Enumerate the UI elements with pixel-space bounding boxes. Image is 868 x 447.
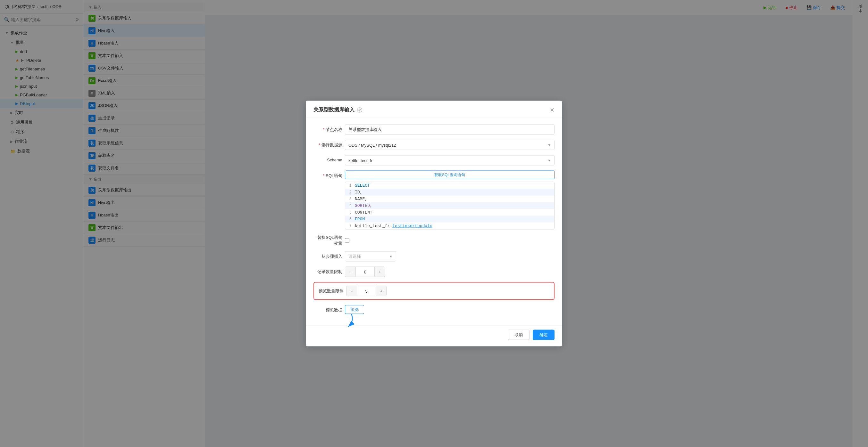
close-button[interactable]: ✕ <box>550 107 555 113</box>
dropdown-arrow-icon: ▼ <box>548 143 551 147</box>
schema-row: Schema kettle_test_fr ▼ <box>313 155 555 166</box>
datasource-select[interactable]: ODS / MySQL / mysql212 ▼ <box>345 140 555 150</box>
record-limit-label: 记录数量限制 <box>313 267 342 275</box>
modal-title: 关系型数据库输入 ? <box>313 107 362 113</box>
sql-content: kettle_test_fr.testinsertupdate <box>355 224 432 228</box>
sql-editor[interactable]: 1 SELECT 2 ID, 3 NAME, 4 <box>345 182 555 230</box>
record-limit-spinner: − + <box>345 267 385 277</box>
sql-row: SQL语句 获取SQL查询语句 1 SELECT 2 ID, <box>313 171 555 230</box>
get-sql-button[interactable]: 获取SQL查询语句 <box>345 171 555 179</box>
step-insert-placeholder: 请选择 <box>348 253 361 260</box>
step-insert-row: 从步骤插入 请选择 ▼ <box>313 251 555 262</box>
sql-content: ID, <box>355 190 362 195</box>
modal-body: 节点名称 选择数据源 ODS / MySQL / mysql212 ▼ Sche… <box>306 118 562 325</box>
preview-data-label: 预览数据 <box>313 305 342 313</box>
datasource-row: 选择数据源 ODS / MySQL / mysql212 ▼ <box>313 140 555 150</box>
sql-label: SQL语句 <box>313 171 342 179</box>
datasource-value: ODS / MySQL / mysql212 <box>348 142 396 147</box>
sql-content: CONTENT <box>355 210 372 215</box>
modal-header: 关系型数据库输入 ? ✕ <box>306 101 562 118</box>
sql-content: SORTED, <box>355 203 372 208</box>
sql-line-3: 3 NAME, <box>345 196 554 202</box>
modal-dialog: 关系型数据库输入 ? ✕ 节点名称 选择数据源 ODS / MySQL / my… <box>306 101 562 346</box>
preview-limit-row: 预览数量限制 − + <box>313 282 555 300</box>
preview-limit-label: 预览数量限制 <box>319 288 344 294</box>
schema-label: Schema <box>313 155 342 162</box>
sql-line-4: 4 SORTED, <box>345 202 554 209</box>
replace-var-row: 替换SQL语句变量 <box>313 235 555 246</box>
step-insert-select[interactable]: 请选择 ▼ <box>345 251 396 262</box>
node-name-label: 节点名称 <box>313 125 342 133</box>
dropdown-arrow-icon: ▼ <box>389 254 393 259</box>
preview-limit-spinner: − + <box>346 286 386 296</box>
replace-var-checkbox[interactable] <box>345 238 349 243</box>
record-limit-increment[interactable]: + <box>375 267 385 277</box>
dropdown-arrow-icon: ▼ <box>548 159 551 162</box>
record-limit-row: 记录数量限制 − + <box>313 267 555 277</box>
node-name-input[interactable] <box>345 125 555 135</box>
record-limit-decrement[interactable]: − <box>345 267 355 277</box>
sql-content: FROM <box>355 217 365 221</box>
node-name-row: 节点名称 <box>313 125 555 135</box>
sql-content: NAME, <box>355 197 367 201</box>
sql-line-1: 1 SELECT <box>345 182 554 189</box>
schema-select[interactable]: kettle_test_fr ▼ <box>345 155 555 166</box>
preview-data-row: 预览数据 预览 <box>313 305 555 314</box>
sql-line-5: 5 CONTENT <box>345 209 554 216</box>
sql-line-6: 6 FROM <box>345 216 554 222</box>
confirm-button[interactable]: 确定 <box>533 330 555 340</box>
preview-limit-decrement[interactable]: − <box>346 286 357 296</box>
step-insert-label: 从步骤插入 <box>313 251 342 260</box>
preview-limit-increment[interactable]: + <box>376 286 386 296</box>
preview-limit-input[interactable] <box>357 286 376 296</box>
record-limit-input[interactable] <box>355 267 375 277</box>
help-icon[interactable]: ? <box>357 107 362 112</box>
cancel-button[interactable]: 取消 <box>508 330 529 340</box>
sql-line-2: 2 ID, <box>345 189 554 196</box>
schema-value: kettle_test_fr <box>348 158 372 163</box>
sql-content: SELECT <box>355 183 370 188</box>
datasource-label: 选择数据源 <box>313 140 342 148</box>
replace-var-label: 替换SQL语句变量 <box>313 235 342 246</box>
blue-arrow <box>342 312 367 331</box>
sql-line-7: 7 kettle_test_fr.testinsertupdate <box>345 222 554 229</box>
sql-lines: 1 SELECT 2 ID, 3 NAME, 4 <box>345 182 554 229</box>
table-link[interactable]: testinsertupdate <box>392 224 432 228</box>
